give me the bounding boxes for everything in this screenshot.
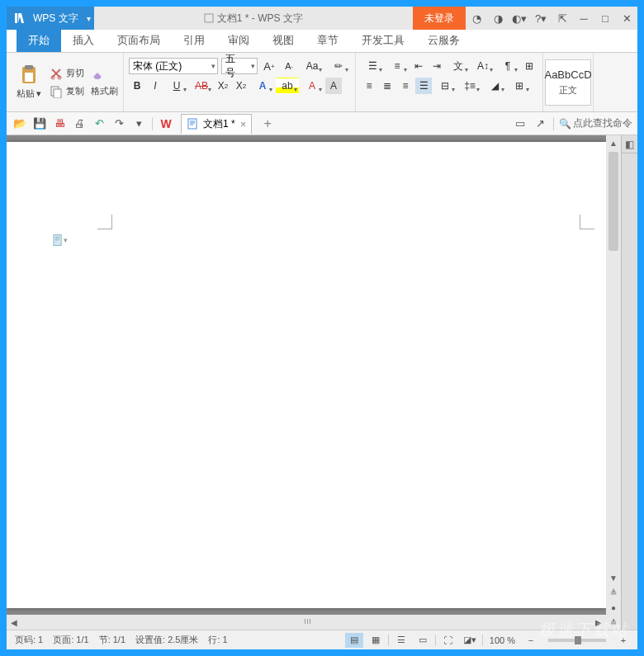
zoom-slider[interactable] (548, 639, 606, 642)
text-direction-button[interactable]: 文 (447, 58, 470, 74)
browse-object-icon[interactable]: ● (606, 600, 621, 615)
upload-icon[interactable]: ⇱ (552, 7, 573, 30)
cut-button[interactable]: 剪切 (50, 67, 84, 80)
document-page[interactable]: ▾ (7, 142, 606, 608)
strikethrough-button[interactable]: AB (190, 78, 213, 94)
close-icon[interactable]: ✕ (616, 7, 637, 30)
maximize-icon[interactable]: □ (594, 7, 616, 30)
svg-marker-8 (93, 73, 102, 79)
status-page-no[interactable]: 页码: 1 (12, 634, 46, 646)
number-list-button[interactable]: ≡ (386, 58, 409, 74)
italic-button[interactable]: I (147, 78, 163, 94)
tab-dev-tools[interactable]: 开发工具 (350, 29, 416, 52)
scroll-left-icon[interactable]: ◀ (7, 615, 21, 630)
align-right-button[interactable]: ≡ (397, 78, 414, 94)
side-panel-toggle-icon[interactable]: ◧ (622, 135, 637, 153)
text-effects-button[interactable]: A (301, 78, 324, 94)
subscript-button[interactable]: X2 (233, 78, 249, 94)
view-options-icon[interactable]: ◪▾ (461, 633, 479, 648)
next-page-icon[interactable]: ≛ (606, 615, 621, 630)
print-icon[interactable]: 🖨 (71, 116, 88, 132)
new-tab-button[interactable]: + (258, 115, 277, 133)
tab-start[interactable]: 开始 (17, 29, 61, 52)
sync-icon[interactable]: ◑ (487, 7, 509, 30)
prev-page-icon[interactable]: ≜ (606, 585, 621, 600)
distribute-button[interactable]: ⊟ (433, 78, 457, 94)
tab-review[interactable]: 审阅 (216, 29, 261, 52)
minimize-icon[interactable]: ─ (573, 7, 594, 30)
clear-format-button[interactable]: ✏ (327, 58, 350, 74)
align-justify-button[interactable]: ☰ (415, 78, 432, 94)
document-tab[interactable]: 文档1 * × (181, 114, 252, 134)
view-web-icon[interactable]: ☰ (392, 633, 410, 648)
borders-button[interactable]: ⊞ (508, 78, 531, 94)
undo-icon[interactable]: ↶ (91, 116, 107, 132)
bold-button[interactable]: B (129, 78, 145, 94)
search-command[interactable]: 🔍 点此查找命令 (559, 116, 632, 130)
eraser-button[interactable] (91, 67, 118, 80)
app-menu-dropdown[interactable]: ▾ (83, 12, 94, 25)
tab-chapter[interactable]: 章节 (305, 29, 350, 52)
highlight-button[interactable]: ab (276, 78, 299, 94)
help-icon[interactable]: ?▾ (530, 7, 552, 30)
wps-home-icon[interactable]: W (158, 116, 174, 132)
decrease-indent-button[interactable]: ⇤ (410, 58, 427, 74)
presentation-icon[interactable]: ▭ (512, 116, 528, 132)
underline-button[interactable]: U (165, 78, 188, 94)
superscript-button[interactable]: X2 (215, 78, 231, 94)
format-painter-button[interactable]: 格式刷 (91, 85, 118, 97)
cloud-icon[interactable]: ◔ (466, 7, 487, 30)
view-outline-icon[interactable]: ▦ (367, 633, 385, 648)
tab-cloud[interactable]: 云服务 (416, 29, 471, 52)
style-normal[interactable]: AaBbCcD 正文 (545, 59, 591, 106)
sort-button[interactable]: ¶ (496, 58, 519, 74)
increase-font-button[interactable]: A+ (261, 58, 277, 74)
status-page-count[interactable]: 页面: 1/1 (50, 634, 92, 646)
status-section[interactable]: 节: 1/1 (96, 634, 129, 646)
view-reading-icon[interactable]: ▭ (414, 633, 432, 648)
open-icon[interactable]: 📂 (12, 116, 28, 132)
tab-view[interactable]: 视图 (261, 29, 305, 52)
skin-icon[interactable]: ◐▾ (509, 7, 530, 30)
show-marks-button[interactable]: ⊞ (521, 58, 537, 74)
zoom-value[interactable]: 100 % (486, 635, 519, 645)
status-setting[interactable]: 设置值: 2.5厘米 (132, 634, 201, 646)
tab-insert[interactable]: 插入 (61, 29, 106, 52)
page-marker-icon[interactable]: ▾ (53, 233, 68, 248)
char-shading-button[interactable]: A (325, 78, 342, 94)
font-name-select[interactable]: 宋体 (正文)▾ (129, 58, 218, 74)
redo-icon[interactable]: ↷ (111, 116, 127, 132)
decrease-font-button[interactable]: A- (281, 58, 297, 74)
tab-reference[interactable]: 引用 (172, 29, 216, 52)
print-preview-icon[interactable]: 🖶 (51, 116, 68, 132)
change-case-button[interactable]: Aa (301, 58, 324, 74)
close-tab-icon[interactable]: × (240, 118, 247, 130)
tab-page-layout[interactable]: 页面布局 (106, 29, 172, 52)
font-size-select[interactable]: 五号▾ (221, 58, 258, 74)
scroll-up-icon[interactable]: ▲ (606, 135, 621, 150)
zoom-in-icon[interactable]: + (614, 633, 632, 648)
scroll-thumb[interactable] (608, 152, 618, 251)
view-fullscreen-icon[interactable]: ⛶ (439, 633, 457, 648)
login-button[interactable]: 未登录 (413, 7, 466, 30)
shading-button[interactable]: ◢ (483, 78, 506, 94)
scroll-down-icon[interactable]: ▼ (606, 570, 621, 585)
save-icon[interactable]: 💾 (31, 116, 48, 132)
zoom-out-icon[interactable]: − (522, 633, 540, 648)
copy-button[interactable]: 复制 (50, 85, 84, 98)
vertical-scrollbar[interactable]: ▲ ▼ ≜ ● ≛ (606, 135, 621, 630)
status-line[interactable]: 行: 1 (205, 634, 230, 646)
line-spacing-button[interactable]: A↕ (471, 58, 495, 74)
scroll-right-icon[interactable]: ▶ (591, 615, 606, 630)
align-center-button[interactable]: ≣ (379, 78, 395, 94)
bullet-list-button[interactable]: ☰ (361, 58, 384, 74)
increase-indent-button[interactable]: ⇥ (429, 58, 445, 74)
export-icon[interactable]: ↗ (532, 116, 548, 132)
horizontal-scrollbar[interactable]: ◀ ▶ (7, 615, 606, 630)
align-left-button[interactable]: ≡ (361, 78, 377, 94)
font-color-button[interactable]: A (251, 78, 274, 94)
view-print-layout-icon[interactable]: ▤ (345, 633, 363, 648)
qa-dropdown-icon[interactable]: ▾ (130, 116, 147, 132)
spacing-button[interactable]: ‡≡ (458, 78, 481, 94)
paste-button[interactable]: 粘贴▾ (12, 63, 46, 101)
